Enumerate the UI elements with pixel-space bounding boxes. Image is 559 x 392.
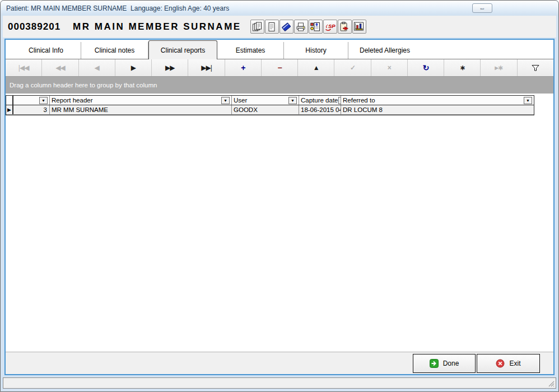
row-indicator-cell: ▶ [6, 105, 13, 114]
patient-number: 000389201 [8, 21, 60, 32]
patient-records-button[interactable] [309, 20, 323, 34]
filter-funnel-icon [532, 64, 539, 72]
clinical-panel: Clinical Info Clinical notes Clinical re… [4, 39, 555, 375]
column-filter-dropdown[interactable]: ▼ [524, 97, 532, 104]
group-by-drop-zone[interactable]: Drag a column header here to group by th… [6, 77, 553, 94]
nav-prior-button[interactable]: ◀ [79, 59, 115, 76]
cell-number: 3 [13, 105, 50, 114]
grid-empty-area [6, 115, 553, 352]
title-bar[interactable]: Patient: MR MAIN MEMBER SURNAME Language… [1, 1, 558, 16]
nav-post-button[interactable]: ✓ [334, 59, 371, 76]
sp-script-button[interactable]: SP [323, 20, 337, 34]
column-header-referred-to[interactable]: Referred to ▼ [341, 96, 534, 105]
patient-name: MR MAIN MEMBER SURNAME [73, 21, 241, 32]
table-row[interactable]: ▶ 3 MR MM SURNAME GOODX 18-06-2015 04:03… [6, 105, 534, 115]
copy-documents-icon [251, 21, 263, 32]
clipboard-export-icon [339, 21, 350, 32]
patient-records-icon [310, 21, 321, 32]
column-filter-dropdown[interactable]: ▼ [221, 97, 230, 104]
goto-bookmark-icon: ▸∗ [495, 64, 503, 72]
charges-graph-icon [353, 21, 365, 32]
edit-record-icon: ▲ [313, 64, 319, 72]
nav-first-button[interactable]: |◀◀ [6, 59, 42, 76]
done-arrow-icon [430, 359, 439, 368]
nav-cancel-button[interactable]: × [371, 59, 408, 76]
current-row-arrow-icon: ▶ [7, 108, 11, 113]
cell-report-header: MR MM SURNAME [50, 105, 232, 114]
nav-insert-button[interactable]: + [225, 59, 262, 76]
nav-edit-button[interactable]: ▲ [298, 59, 334, 76]
dropdown-arrow-icon: ▼ [291, 99, 295, 102]
cell-user: GOODX [232, 105, 299, 114]
column-filter-dropdown[interactable]: ▼ [288, 97, 297, 104]
tab-clinical-reports[interactable]: Clinical reports [148, 40, 217, 59]
grid-header-row: ▼ Report header ▼ User ▼ Capture date ▼ … [6, 96, 534, 105]
document-button[interactable] [265, 20, 279, 34]
column-header-report-header[interactable]: Report header ▼ [50, 96, 232, 105]
first-record-icon: |◀◀ [18, 64, 29, 72]
patient-clinical-window: Patient: MR MAIN MEMBER SURNAME Language… [0, 0, 559, 392]
dropdown-arrow-icon: ▼ [41, 99, 45, 102]
print-button[interactable] [294, 20, 308, 34]
svg-text:SP: SP [328, 22, 336, 29]
column-header-number[interactable]: ▼ [13, 96, 50, 105]
copy-documents-button[interactable] [250, 20, 264, 34]
column-header-user[interactable]: User ▼ [232, 96, 299, 105]
prior-record-icon: ◀ [95, 64, 99, 72]
sp-script-icon: SP [324, 21, 336, 32]
clipboard-export-button[interactable] [338, 20, 352, 34]
cell-capture-date: 18-06-2015 04:03:5: [299, 105, 341, 114]
tab-clinical-notes[interactable]: Clinical notes [81, 42, 148, 59]
nav-bookmark-button[interactable]: ∗ [444, 59, 481, 76]
window-title: Patient: MR MAIN MEMBER SURNAME Language… [6, 4, 229, 12]
column-filter-dropdown[interactable]: ▼ [39, 97, 48, 104]
tab-history[interactable]: History [284, 42, 348, 59]
document-icon [266, 21, 277, 32]
nav-filter-button[interactable] [518, 59, 553, 76]
grid-corner-cell [6, 96, 13, 105]
tab-deleted-allergies[interactable]: Deleted Allergies [348, 42, 421, 59]
group-by-hint: Drag a column header here to group by th… [10, 82, 157, 88]
record-navigator-toolbar: |◀◀ ◀◀ ◀ ▶ ▶▶ ▶▶| + − ▲ ✓ × ↻ ∗ ▸∗ [6, 59, 553, 77]
prior-page-icon: ◀◀ [55, 64, 64, 72]
resize-grip[interactable] [547, 380, 555, 388]
next-record-icon: ▶ [131, 64, 136, 72]
charges-graph-button[interactable] [352, 20, 366, 34]
clinical-reports-grid: ▼ Report header ▼ User ▼ Capture date ▼ … [6, 95, 534, 115]
patient-header-bar: 000389201 MR MAIN MEMBER SURNAME [3, 16, 556, 38]
done-button[interactable]: Done [413, 354, 476, 373]
nav-next-page-button[interactable]: ▶▶ [152, 59, 188, 76]
footer-bar: Done Exit [6, 352, 553, 374]
tab-clinical-info[interactable]: Clinical Info [11, 42, 81, 59]
diary-button[interactable] [280, 20, 294, 34]
horizontal-resize-icon: ⇔ [479, 5, 486, 12]
last-record-icon: ▶▶| [201, 64, 212, 72]
resize-toggle-button[interactable]: ⇔ [472, 3, 492, 13]
nav-refresh-button[interactable]: ↻ [408, 59, 444, 76]
refresh-icon: ↻ [423, 63, 429, 72]
exit-button[interactable]: Exit [477, 354, 540, 373]
insert-record-icon: + [241, 63, 245, 72]
nav-last-button[interactable]: ▶▶| [188, 59, 225, 76]
next-page-icon: ▶▶ [165, 64, 174, 72]
post-edit-icon: ✓ [350, 64, 355, 72]
nav-goto-bookmark-button[interactable]: ▸∗ [481, 59, 517, 76]
column-header-capture-date[interactable]: Capture date ▼ [299, 96, 341, 105]
cancel-edit-icon: × [388, 64, 391, 72]
tab-estimates[interactable]: Estimates [217, 42, 284, 59]
status-bar [3, 377, 556, 389]
delete-record-icon: − [277, 63, 281, 72]
diary-icon [281, 21, 292, 32]
exit-cross-icon [496, 359, 505, 368]
nav-next-button[interactable]: ▶ [115, 59, 152, 76]
tab-bar: Clinical Info Clinical notes Clinical re… [6, 40, 553, 59]
dropdown-arrow-icon: ▼ [223, 99, 227, 102]
nav-prior-page-button[interactable]: ◀◀ [42, 59, 78, 76]
dropdown-arrow-icon: ▼ [526, 99, 530, 102]
cell-referred-to: DR LOCUM 8 [341, 105, 534, 114]
print-icon [295, 21, 306, 32]
nav-delete-button[interactable]: − [262, 59, 298, 76]
bookmark-icon: ∗ [460, 64, 465, 72]
